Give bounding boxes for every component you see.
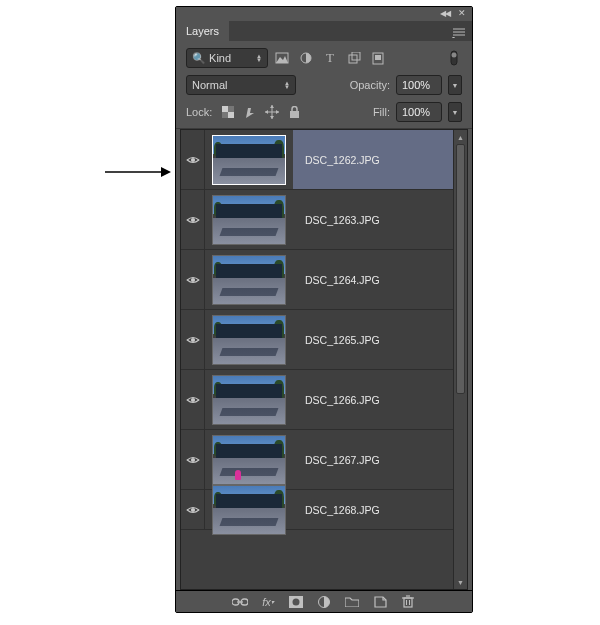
layer-name-label: DSC_1266.JPG <box>305 394 380 406</box>
fill-input[interactable]: 100% <box>396 102 442 122</box>
opacity-value: 100% <box>402 79 430 91</box>
layer-name-label: DSC_1265.JPG <box>305 334 380 346</box>
visibility-toggle[interactable] <box>181 310 205 369</box>
svg-point-30 <box>190 397 194 401</box>
layer-row[interactable]: DSC_1262.JPG <box>181 130 453 190</box>
layer-body[interactable]: DSC_1267.JPG <box>293 430 453 489</box>
panel-tab-bar: Layers <box>176 21 472 41</box>
opacity-input[interactable]: 100% <box>396 75 442 95</box>
layer-body[interactable]: DSC_1268.JPG <box>293 490 453 529</box>
layer-row[interactable]: DSC_1267.JPG <box>181 430 453 490</box>
layer-thumbnail[interactable] <box>205 310 293 369</box>
layer-thumbnail[interactable] <box>205 190 293 249</box>
filter-shape-icon[interactable] <box>346 50 362 66</box>
svg-rect-18 <box>222 112 228 118</box>
svg-rect-12 <box>375 55 381 60</box>
layer-name-label: DSC_1268.JPG <box>305 504 380 516</box>
layer-body[interactable]: DSC_1264.JPG <box>293 250 453 309</box>
filter-smartobject-icon[interactable] <box>370 50 386 66</box>
opacity-label: Opacity: <box>350 79 390 91</box>
close-icon[interactable]: ✕ <box>458 8 466 18</box>
layer-name-label: DSC_1262.JPG <box>305 154 380 166</box>
scrollbar[interactable]: ▲ ▼ <box>453 130 467 589</box>
visibility-toggle[interactable] <box>181 490 205 529</box>
layer-body[interactable]: DSC_1262.JPG <box>293 130 453 189</box>
filter-pixel-icon[interactable] <box>274 50 290 66</box>
svg-marker-22 <box>270 116 274 119</box>
layer-row[interactable]: DSC_1265.JPG <box>181 310 453 370</box>
visibility-toggle[interactable] <box>181 250 205 309</box>
opacity-dropdown-button[interactable]: ▼ <box>448 75 462 95</box>
layer-mask-icon[interactable] <box>288 594 304 610</box>
lock-pixels-icon[interactable] <box>242 104 258 120</box>
svg-marker-23 <box>265 110 268 114</box>
delete-layer-icon[interactable] <box>400 594 416 610</box>
filter-adjustment-icon[interactable] <box>298 50 314 66</box>
svg-marker-5 <box>452 37 455 38</box>
svg-rect-39 <box>404 598 412 607</box>
blend-mode-select[interactable]: Normal ▲▼ <box>186 75 296 95</box>
svg-rect-15 <box>222 106 228 112</box>
layer-row[interactable]: DSC_1268.JPG <box>181 490 453 530</box>
new-layer-icon[interactable] <box>372 594 388 610</box>
lock-position-icon[interactable] <box>264 104 280 120</box>
svg-point-26 <box>190 157 194 161</box>
filter-toggle-switch[interactable] <box>446 50 462 66</box>
filter-type-icon[interactable]: T <box>322 50 338 66</box>
svg-point-29 <box>190 337 194 341</box>
fill-label: Fill: <box>373 106 390 118</box>
tab-layers[interactable]: Layers <box>176 21 229 41</box>
svg-rect-25 <box>290 111 299 118</box>
fill-dropdown-button[interactable]: ▼ <box>448 102 462 122</box>
visibility-toggle[interactable] <box>181 190 205 249</box>
filter-type-select[interactable]: 🔍 Kind ▲▼ <box>186 48 268 68</box>
layer-row[interactable]: DSC_1263.JPG <box>181 190 453 250</box>
layer-thumbnail[interactable] <box>205 370 293 429</box>
svg-marker-21 <box>270 105 274 108</box>
link-layers-icon[interactable] <box>232 594 248 610</box>
layer-thumbnail[interactable] <box>205 250 293 309</box>
visibility-toggle[interactable] <box>181 130 205 189</box>
layer-row[interactable]: DSC_1264.JPG <box>181 250 453 310</box>
external-pointer-arrow <box>105 165 171 179</box>
svg-rect-9 <box>349 55 357 63</box>
layer-name-label: DSC_1264.JPG <box>305 274 380 286</box>
layer-name-label: DSC_1267.JPG <box>305 454 380 466</box>
visibility-toggle[interactable] <box>181 430 205 489</box>
svg-marker-1 <box>161 167 171 177</box>
layers-list: DSC_1262.JPGDSC_1263.JPGDSC_1264.JPGDSC_… <box>180 129 468 590</box>
scroll-up-button[interactable]: ▲ <box>454 130 467 144</box>
collapse-icon[interactable]: ◀◀ <box>440 9 450 18</box>
lock-all-icon[interactable] <box>286 104 302 120</box>
layer-body[interactable]: DSC_1263.JPG <box>293 190 453 249</box>
lock-transparency-icon[interactable] <box>220 104 236 120</box>
panel-menu-icon[interactable] <box>446 25 472 41</box>
svg-point-14 <box>452 53 457 58</box>
adjustment-layer-icon[interactable] <box>316 594 332 610</box>
svg-marker-7 <box>276 56 288 63</box>
layer-group-icon[interactable] <box>344 594 360 610</box>
layer-thumbnail[interactable] <box>205 430 293 489</box>
svg-rect-10 <box>352 52 360 60</box>
layer-thumbnail[interactable] <box>205 490 293 529</box>
layer-body[interactable]: DSC_1266.JPG <box>293 370 453 429</box>
svg-rect-16 <box>228 112 234 118</box>
layers-footer: fx▾ <box>176 590 472 612</box>
layer-row[interactable]: DSC_1266.JPG <box>181 370 453 430</box>
layer-fx-icon[interactable]: fx▾ <box>260 594 276 610</box>
svg-point-27 <box>190 217 194 221</box>
scroll-track[interactable] <box>454 144 467 575</box>
scroll-thumb[interactable] <box>456 144 465 394</box>
svg-point-32 <box>190 507 194 511</box>
scroll-down-button[interactable]: ▼ <box>454 575 467 589</box>
layer-name-label: DSC_1263.JPG <box>305 214 380 226</box>
lock-label: Lock: <box>186 106 212 118</box>
svg-rect-17 <box>228 106 234 112</box>
svg-marker-24 <box>276 110 279 114</box>
layers-panel: ◀◀ ✕ Layers 🔍 Kind ▲▼ T Normal <box>175 6 473 613</box>
layer-thumbnail[interactable] <box>205 130 293 189</box>
visibility-toggle[interactable] <box>181 370 205 429</box>
filter-kind-label: Kind <box>209 52 231 64</box>
blend-mode-value: Normal <box>192 79 227 91</box>
layer-body[interactable]: DSC_1265.JPG <box>293 310 453 369</box>
